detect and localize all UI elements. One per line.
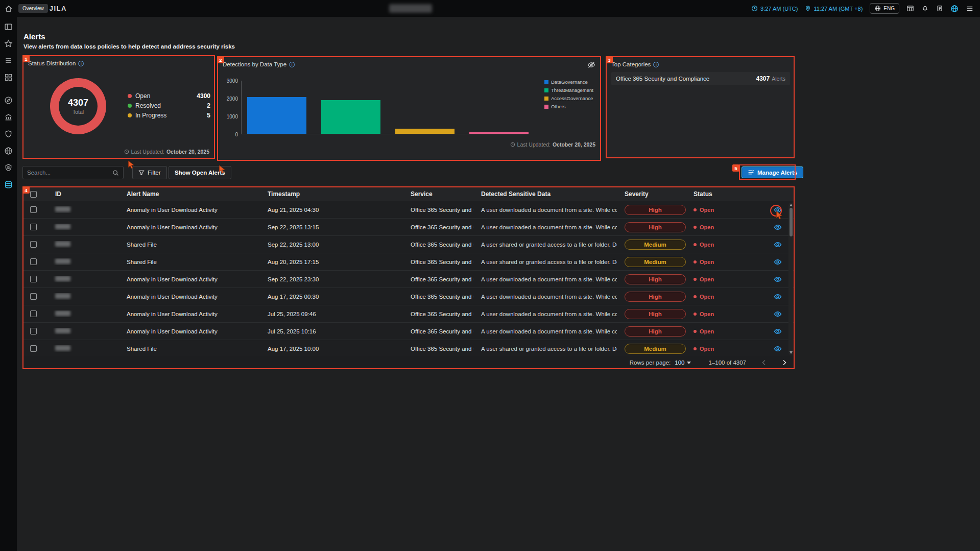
row-checkbox[interactable] [30,224,37,230]
col-severity[interactable]: Severity [617,190,686,198]
discovery-compass-icon[interactable] [3,94,15,106]
data-sources-database-icon-active[interactable] [3,178,15,190]
home-icon[interactable] [0,0,17,17]
status-dot [694,295,697,298]
select-all-checkbox[interactable] [30,191,37,198]
bar-ThreatManagement [321,100,380,134]
table-row[interactable]: Shared File Sep 22, 2025 13:00 Office 36… [23,236,794,253]
view-alert-button[interactable] [774,241,782,249]
view-alert-button[interactable] [774,206,782,214]
help-globe-icon[interactable] [950,5,959,13]
view-alert-button[interactable] [774,310,782,318]
row-checkbox[interactable] [30,328,37,334]
rows-per-page-select[interactable]: 100 [675,360,691,366]
apps-grid-icon[interactable] [906,5,914,12]
alert-timestamp: Aug 21, 2025 04:30 [260,207,403,213]
table-row[interactable]: Shared File Aug 20, 2025 17:15 Office 36… [23,253,794,271]
view-alert-button[interactable] [774,275,782,283]
row-checkbox[interactable] [30,241,37,248]
alert-detected-data: A user shared or granted access to a fil… [473,242,617,248]
list-menu-icon[interactable] [3,54,15,66]
institution-icon[interactable] [3,111,15,123]
overview-badge[interactable]: Overview [18,4,48,13]
view-alert-button[interactable] [774,327,782,336]
redacted-id [55,328,70,333]
search-input[interactable] [27,170,112,176]
table-row[interactable]: Anomaly in User Download Activity Sep 22… [23,219,794,236]
last-updated: Last Updated: October 20, 2025 [124,149,209,155]
clock-icon [124,149,129,154]
info-icon[interactable] [289,62,295,67]
category-count: 4307 [756,75,770,82]
next-page-button[interactable] [782,360,787,366]
protection-shield-icon[interactable] [3,128,15,140]
table-row[interactable]: Anomaly in User Download Activity Jul 25… [23,305,794,323]
identity-shield-icon[interactable] [3,161,15,174]
category-name: Office 365 Security and Compliance [616,76,756,82]
row-checkbox[interactable] [30,293,37,300]
category-row[interactable]: Office 365 Security and Compliance 4307 … [611,72,790,85]
alert-timestamp: Sep 22, 2025 23:30 [260,276,403,282]
status-distribution-card: Status Distribution 4307 Total Open 4300… [22,55,215,159]
status-dot [694,347,697,350]
web-globe-icon[interactable] [3,145,15,157]
scroll-down-arrow[interactable] [790,351,793,354]
filter-button[interactable]: Filter [132,166,167,179]
view-alert-button[interactable] [774,223,782,231]
show-open-alerts-button[interactable]: Show Open Alerts [169,166,231,179]
clock-icon [751,5,758,12]
scrollbar-thumb[interactable] [790,208,793,236]
notifications-bell-icon[interactable] [921,5,929,12]
menu-icon[interactable] [966,5,974,12]
col-service[interactable]: Service [403,190,473,198]
redacted-id [55,276,70,281]
legend-dot [128,94,132,98]
status-legend: Open 4300 Resolved 2 In Progress 5 [128,92,210,118]
bar-legend: DataGovernanceThreatManagementAccessGove… [544,79,593,109]
status-label: Open [700,311,714,317]
alert-detected-data: A user downloaded a document from a site… [473,276,617,282]
location-pin-icon [805,5,811,12]
table-row[interactable]: Anomaly in User Download Activity Jul 25… [23,323,794,340]
globe-icon [874,5,881,12]
table-row[interactable]: Anomaly in User Download Activity Aug 17… [23,288,794,305]
legend-label: Resolved [135,102,203,109]
page-title: Alerts [23,32,45,41]
severity-pill: Medium [625,344,686,354]
utc-time: 3:27 AM (UTC) [751,5,798,12]
manage-alerts-button[interactable]: Manage Alerts [742,166,803,178]
table-scrollbar[interactable] [788,203,793,355]
annotation-badge-5: 5 [732,164,739,172]
col-status[interactable]: Status [686,190,760,198]
favorites-star-icon[interactable] [3,37,15,50]
docs-icon[interactable] [936,5,943,12]
scroll-up-arrow[interactable] [790,204,793,206]
info-icon[interactable] [78,61,84,66]
col-detected[interactable]: Detected Sensitive Data [473,190,617,198]
view-alert-button[interactable] [774,345,782,353]
info-icon[interactable] [653,62,659,67]
col-id[interactable]: ID [47,190,119,198]
severity-pill: Medium [625,257,686,267]
col-alert-name[interactable]: Alert Name [119,190,260,198]
view-alert-button[interactable] [774,293,782,301]
alert-timestamp: Aug 20, 2025 17:15 [260,259,403,265]
dashboard-grid-icon[interactable] [3,71,15,83]
table-row[interactable]: Anomaly in User Download Activity Aug 21… [23,201,794,219]
panel-toggle-icon[interactable] [3,20,15,33]
prev-page-button[interactable] [761,360,767,366]
filter-funnel-icon [138,170,145,176]
row-checkbox[interactable] [30,310,37,317]
row-checkbox[interactable] [30,206,37,213]
row-checkbox[interactable] [30,345,37,352]
legend-swatch [544,88,548,92]
hide-chart-eye-off-icon[interactable] [587,61,595,69]
row-checkbox[interactable] [30,276,37,282]
table-row[interactable]: Shared File Aug 17, 2025 10:00 Office 36… [23,340,794,357]
view-alert-button[interactable] [774,258,782,266]
language-selector[interactable]: ENG [870,3,899,14]
table-row[interactable]: Anomaly in User Download Activity Sep 22… [23,271,794,288]
col-timestamp[interactable]: Timestamp [260,190,403,198]
brand-logo: JILA [50,5,67,12]
row-checkbox[interactable] [30,258,37,265]
